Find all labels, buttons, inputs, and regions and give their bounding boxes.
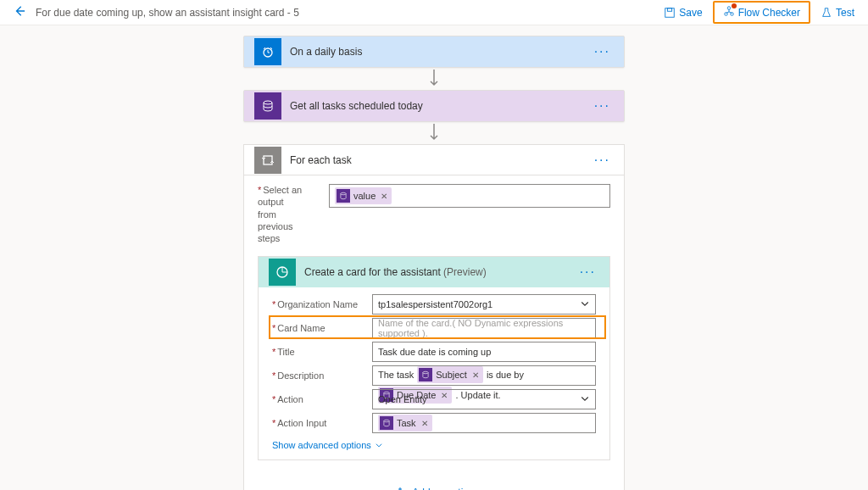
token-label: value — [353, 191, 376, 201]
flow-checker-highlight: Flow Checker — [713, 1, 810, 24]
test-icon — [821, 7, 832, 19]
get-tasks-title: Get all tasks scheduled today — [290, 100, 591, 112]
flow-canvas: On a daily basis ··· Get all tasks sched… — [0, 25, 868, 490]
create-card-title: Create a card for the assistant (Preview… — [304, 266, 576, 278]
action-select[interactable]: Open Entity — [372, 389, 596, 409]
svg-point-8 — [341, 192, 346, 195]
svg-point-6 — [264, 101, 272, 104]
error-badge — [732, 3, 737, 8]
card-name-input[interactable]: Name of the card.( NO Dynamic expression… — [372, 318, 596, 338]
action-input-field[interactable]: Task ✕ — [372, 413, 596, 433]
select-output-input[interactable]: value ✕ — [329, 184, 610, 208]
chevron-down-icon — [375, 441, 383, 449]
card-name-row: *Card Name Name of the card.( NO Dynamic… — [272, 316, 596, 340]
get-tasks-card[interactable]: Get all tasks scheduled today ··· — [243, 90, 625, 122]
svg-rect-7 — [264, 156, 272, 164]
database-icon — [254, 92, 281, 120]
clock-icon — [254, 38, 281, 65]
svg-point-2 — [727, 7, 731, 10]
show-advanced-options[interactable]: Show advanced options — [272, 440, 383, 450]
top-bar: For due date coming up, show an assistan… — [0, 0, 868, 25]
foreach-header[interactable]: For each task ··· — [244, 145, 624, 175]
token-remove[interactable]: ✕ — [421, 419, 428, 428]
value-token[interactable]: value ✕ — [335, 187, 392, 204]
create-card-step: Create a card for the assistant (Preview… — [258, 256, 610, 460]
select-output-label: *Select an output from previous steps — [258, 184, 314, 244]
chevron-down-icon — [580, 298, 590, 310]
get-tasks-more-button[interactable]: ··· — [591, 98, 614, 114]
svg-point-10 — [423, 372, 428, 375]
action-input-row: *Action Input Task ✕ — [272, 411, 596, 435]
create-card-header[interactable]: Create a card for the assistant (Preview… — [259, 257, 609, 287]
task-token[interactable]: Task ✕ — [378, 415, 432, 432]
trigger-card[interactable]: On a daily basis ··· — [243, 36, 625, 68]
trigger-more-button[interactable]: ··· — [591, 44, 614, 59]
add-action-icon — [393, 486, 407, 490]
trigger-title: On a daily basis — [290, 46, 591, 58]
loop-icon — [254, 147, 281, 174]
svg-point-12 — [384, 420, 389, 423]
chevron-down-icon — [580, 393, 590, 405]
svg-rect-0 — [665, 8, 675, 17]
add-action-button[interactable]: Add an action — [258, 465, 610, 490]
connector-arrow — [427, 122, 441, 144]
org-name-row: *Organization Name tp1salespersistent700… — [272, 292, 596, 316]
description-row: *Description The task Subject ✕ is due b… — [272, 364, 596, 387]
title-input[interactable]: Task due date is coming up — [372, 342, 596, 362]
foreach-container: For each task ··· *Select an output from… — [243, 144, 625, 490]
select-output-row: *Select an output from previous steps va… — [258, 184, 610, 244]
test-button[interactable]: Test — [815, 5, 860, 20]
title-row: *Title Task due date is coming up — [272, 340, 596, 364]
flow-title: For due date coming up, show an assistan… — [36, 7, 299, 19]
foreach-title: For each task — [290, 154, 591, 166]
token-db-icon — [337, 189, 350, 203]
arrow-left-icon — [14, 5, 25, 17]
flow-checker-button[interactable]: Flow Checker — [718, 3, 805, 21]
test-label: Test — [836, 7, 854, 19]
foreach-more-button[interactable]: ··· — [591, 153, 614, 168]
action-row: *Action Open Entity — [272, 387, 596, 411]
connector-arrow — [427, 68, 441, 90]
create-card-more-button[interactable]: ··· — [576, 264, 599, 280]
back-button[interactable] — [8, 3, 31, 21]
flow-checker-label: Flow Checker — [738, 7, 800, 19]
top-actions: Save Flow Checker Test — [659, 1, 860, 24]
save-icon — [664, 7, 676, 19]
token-db-icon — [380, 416, 393, 430]
chart-icon — [269, 259, 296, 286]
org-name-select[interactable]: tp1salespersistent7002org1 — [372, 294, 596, 315]
svg-rect-1 — [668, 8, 672, 11]
token-db-icon — [419, 368, 432, 381]
token-remove[interactable]: ✕ — [381, 192, 387, 201]
save-button[interactable]: Save — [659, 5, 707, 20]
token-remove[interactable]: ✕ — [472, 370, 479, 380]
description-input[interactable]: The task Subject ✕ is due by Due Date ✕ — [372, 365, 596, 386]
subject-token[interactable]: Subject ✕ — [417, 366, 483, 383]
add-action-label: Add an action — [412, 487, 474, 490]
save-label: Save — [679, 7, 702, 19]
